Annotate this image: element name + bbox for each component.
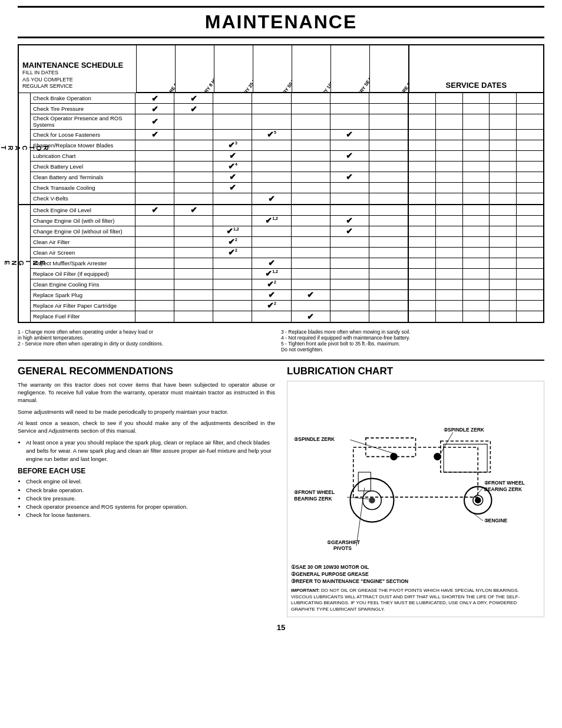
schedule-title-block: MAINTENANCE SCHEDULE FILL IN DATES AS YO… [19,45,137,93]
check-every-season: ✔ [330,226,369,236]
service-date-cell [463,151,490,161]
check-every-100 [292,140,330,150]
service-date-cell [463,311,490,322]
check-every-25 [213,104,252,114]
svg-text:PIVOTS: PIVOTS [333,545,352,551]
service-date-cell [436,104,463,114]
check-every-50 [252,183,291,193]
tractor-section: TRACTOR Check Brake Operation ✔ ✔ [19,93,543,204]
general-rec-heading: GENERAL RECOMMENDATIONS [18,365,275,377]
check-every-25: ✔ [213,172,252,182]
service-date-cell [436,205,463,215]
service-date-cell [517,130,543,140]
check-every-100 [292,258,330,268]
service-date-cell [463,290,490,300]
check-every-season [330,183,369,193]
service-date-cell [517,258,543,268]
table-row: Change Engine Oil (without oil filter) ✔… [31,226,543,237]
table-row: Check Brake Operation ✔ ✔ [31,93,543,104]
service-date-cell [490,162,517,172]
check-every-season [330,205,369,215]
col-before-each-use: BEFORE EACH USE [137,45,176,92]
check-every-25: ✔2 [213,237,252,247]
service-dates-cells [408,140,543,150]
row-label: Change Engine Oil (without oil filter) [31,226,135,236]
check-every-season [330,311,369,322]
svg-text:①GEARSHIFT: ①GEARSHIFT [327,539,361,545]
check-before-each-use [135,140,174,150]
col-every-season: EVERY SEASON [331,45,370,92]
general-rec-bullets: At least once a year you should replace … [18,439,275,464]
service-date-cell [517,140,543,150]
check-every-25 [213,205,252,215]
check-before-each-use: ✔ [135,104,174,114]
row-label: Check Transaxle Cooling [31,183,135,193]
service-date-cell [463,140,490,150]
table-row: Clean Engine Cooling Fins ✔2 [31,279,543,290]
check-every-25 [213,216,252,226]
service-date-cell [463,130,490,140]
check-before-each-use [135,237,174,247]
engine-section: ENGINE Check Engine Oil Level ✔ ✔ [19,204,543,322]
lubrication-chart: ②SPINDLE ZERK ②SPINDLE ZERK ②FRONT WHEEL… [287,381,544,617]
check-before-storage [369,216,408,226]
column-headers-row: BEFORE EACH USE EVERY 8 HOURS EVERY 25 H… [137,45,543,93]
service-date-cell [517,279,543,289]
service-dates-cells [408,248,543,258]
table-row: Replace Fuel Filter ✔ [31,311,543,322]
check-every-25: ✔2 [213,248,252,258]
service-date-cell [436,172,463,182]
check-every-25 [213,130,252,140]
check-every-8 [174,279,213,289]
check-before-storage [369,248,408,258]
service-date-cell [490,216,517,226]
service-dates-cells [408,269,543,279]
check-every-100 [292,248,330,258]
check-every-8 [174,140,213,150]
col-every-8: EVERY 8 HOURS [176,45,214,92]
check-every-50 [252,248,291,258]
service-dates-cells [408,172,543,182]
check-every-season [330,279,369,289]
check-before-each-use [135,193,174,204]
table-row: Replace Air Filter Paper Cartridge ✔2 [31,301,543,311]
service-date-cell [436,237,463,247]
check-every-8 [174,151,213,161]
check-every-50 [252,93,291,103]
check-every-season [330,104,369,114]
service-dates-cells [408,290,543,300]
check-every-100 [292,162,330,172]
schedule-title: MAINTENANCE SCHEDULE [22,61,133,70]
service-date-cell [490,258,517,268]
check-every-50: ✔ [252,258,291,268]
row-label: Lubrication Chart [31,151,135,161]
service-date-cell [409,258,436,268]
footnote-item: 3 - Replace blades more often when mowin… [281,329,544,335]
service-dates-cells [408,151,543,161]
service-date-cell [436,140,463,150]
service-date-cell [463,216,490,226]
service-dates-label: SERVICE DATES [409,45,543,92]
check-every-season: ✔ [330,216,369,226]
check-before-each-use [135,258,174,268]
list-item: Check brake operation. [26,486,275,495]
svg-line-16 [441,432,453,453]
check-every-season [330,162,369,172]
row-label: Sharpen/Replace Mower Blades [31,140,135,150]
service-date-cell [517,162,543,172]
check-every-100 [292,104,330,114]
list-item: Check operator presence and ROS systems … [26,503,275,511]
row-label: Clean Battery and Terminals [31,172,135,182]
check-every-8 [174,130,213,140]
service-date-cell [490,151,517,161]
table-row: Clean Air Screen ✔2 [31,248,543,258]
check-every-season: ✔ [330,151,369,161]
service-date-cell [409,226,436,236]
check-every-100 [292,216,330,226]
service-date-cell [409,172,436,182]
check-every-8: ✔ [174,93,213,103]
col-every-25: EVERY 25 HOURS [214,45,253,92]
svg-point-11 [369,497,375,503]
svg-line-24 [468,509,482,521]
list-item: Check tire pressure. [26,495,275,503]
